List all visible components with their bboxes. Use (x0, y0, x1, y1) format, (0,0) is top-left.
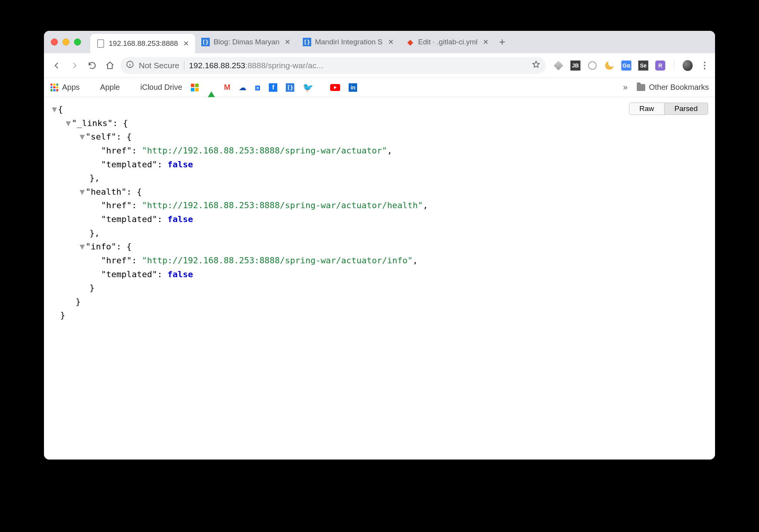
gitlab-icon: ◆ (406, 38, 414, 46)
tab-title: Mandiri Integration S (315, 38, 383, 46)
braces-icon[interactable]: [} (286, 83, 294, 92)
json-view-toggle: Raw Parsed (629, 103, 708, 115)
reload-button[interactable] (85, 58, 100, 73)
back-button[interactable] (49, 58, 64, 73)
r-icon[interactable]: R (655, 61, 665, 71)
caret-icon[interactable]: ▼ (65, 116, 72, 130)
braces-icon: [} (201, 38, 210, 46)
close-icon[interactable]: ✕ (481, 38, 490, 46)
translate-icon[interactable]: G⍺ (621, 61, 631, 71)
json-viewer: ▼{ ▼"_links": { ▼"self": { "href": "http… (51, 103, 708, 322)
divider (184, 61, 184, 70)
gmail-icon[interactable]: M (224, 83, 231, 92)
info-icon (126, 60, 134, 71)
toolbar: Not Secure 192.168.88.253:8888/spring-wa… (44, 53, 715, 78)
security-label: Not Secure (139, 61, 179, 70)
apple-icon (88, 83, 97, 92)
cube-icon[interactable] (553, 61, 563, 71)
menu-icon[interactable] (700, 61, 710, 71)
caret-icon[interactable]: ▼ (51, 103, 58, 116)
drive-icon[interactable] (207, 83, 216, 92)
window-minimize-button[interactable] (62, 39, 69, 45)
bookmark-icloud[interactable]: iCloud Drive (128, 83, 182, 92)
apps-button[interactable]: Apps (50, 83, 80, 92)
tab-mandiri[interactable]: [} Mandiri Integration S ✕ (297, 32, 400, 52)
apps-label: Apps (62, 83, 80, 92)
caret-icon[interactable]: ▼ (79, 130, 86, 144)
folder-icon (637, 83, 645, 92)
bookmark-star-icon[interactable] (532, 60, 540, 71)
overflow-icon[interactable]: » (623, 82, 627, 93)
tab-title: Blog: Dimas Maryan (214, 38, 280, 46)
linkedin-icon[interactable]: in (349, 83, 357, 92)
circle-icon[interactable] (587, 61, 597, 71)
tab-title: Edit · .gitlab-ci.yml (418, 38, 477, 46)
braces-icon: [} (303, 38, 311, 46)
tab-blog[interactable]: [} Blog: Dimas Maryan ✕ (195, 32, 297, 52)
window-controls (51, 39, 90, 45)
other-bookmarks-label: Other Bookmarks (649, 83, 709, 92)
twitter-icon[interactable]: 🐦 (303, 82, 313, 93)
tab-gitlab[interactable]: ◆ Edit · .gitlab-ci.yml ✕ (400, 32, 494, 52)
caret-icon[interactable]: ▼ (79, 185, 86, 199)
home-button[interactable] (103, 58, 117, 73)
url-text: 192.168.88.253:8888/spring-war/ac... (189, 61, 323, 70)
bookmark-apple[interactable]: Apple (88, 83, 120, 92)
avatar-icon[interactable] (683, 61, 693, 71)
address-bar[interactable]: Not Secure 192.168.88.253:8888/spring-wa… (120, 57, 546, 74)
page-content: Raw Parsed ▼{ ▼"_links": { ▼"self": { "h… (44, 97, 715, 460)
close-icon[interactable]: ✕ (386, 38, 395, 46)
selenium-icon[interactable]: Se (638, 61, 648, 71)
extensions: JB G⍺ Se R (549, 61, 710, 71)
bookmark-label: iCloud Drive (140, 83, 182, 92)
new-tab-button[interactable]: + (494, 36, 510, 48)
parsed-button[interactable]: Parsed (664, 103, 708, 114)
moon-icon[interactable] (604, 61, 614, 71)
onedrive-icon[interactable]: ☁ (239, 83, 246, 92)
bookmark-label: Apple (100, 83, 120, 92)
bookmarks-bar: Apps Apple iCloud Drive M ☁ ⧈ f [} 🐦 in … (44, 78, 715, 97)
facebook-icon[interactable]: f (269, 83, 277, 92)
other-bookmarks[interactable]: Other Bookmarks (637, 83, 709, 92)
close-icon[interactable]: ✕ (182, 39, 191, 48)
forward-button[interactable] (67, 58, 82, 73)
separator (674, 61, 674, 71)
caret-icon[interactable]: ▼ (79, 240, 86, 254)
raw-button[interactable]: Raw (629, 103, 664, 114)
tab-bar: 192.168.88.253:8888 ✕ [} Blog: Dimas Mar… (44, 31, 715, 53)
browser-window: 192.168.88.253:8888 ✕ [} Blog: Dimas Mar… (44, 31, 715, 460)
close-icon[interactable]: ✕ (283, 38, 292, 46)
apple-icon (128, 83, 137, 92)
dropbox-icon[interactable]: ⧈ (255, 82, 260, 93)
jetbrains-icon[interactable]: JB (570, 61, 580, 71)
tab-active[interactable]: 192.168.88.253:8888 ✕ (90, 34, 195, 53)
microsoft-icon[interactable] (191, 84, 199, 91)
file-icon (96, 39, 105, 48)
window-close-button[interactable] (51, 39, 58, 45)
window-maximize-button[interactable] (74, 39, 81, 45)
youtube-icon[interactable] (330, 84, 340, 91)
apps-grid-icon (50, 83, 59, 92)
tab-title: 192.168.88.253:8888 (109, 39, 178, 48)
